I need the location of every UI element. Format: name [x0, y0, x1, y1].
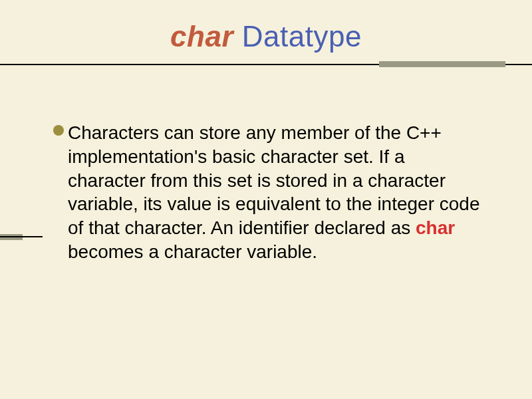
title-underline-accent [379, 61, 505, 67]
title-underline [0, 61, 532, 68]
bullet-dot-icon [53, 125, 64, 136]
bullet-text: Characters can store any member of the C… [68, 121, 485, 264]
title-char-word: char [170, 20, 233, 53]
bullet-item: Characters can store any member of the C… [53, 121, 485, 264]
slide-title-area: char Datatype [0, 0, 532, 59]
bullet-char-keyword: char [416, 217, 455, 238]
left-margin-rule [0, 234, 43, 240]
bullet-text-part2: becomes a character variable. [68, 241, 317, 262]
slide-body: Characters can store any member of the C… [0, 68, 532, 264]
title-datatype-word: Datatype [233, 20, 362, 53]
left-margin-line [0, 236, 43, 237]
